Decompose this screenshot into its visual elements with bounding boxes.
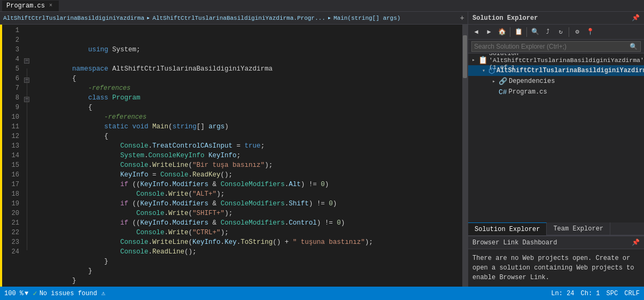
toolbar-collapse-btn[interactable]: ⤴ [542,26,554,38]
pin-icon[interactable]: 📌 [631,14,640,22]
status-left: 100 % ▼ ✓ No issues found ⚠ [4,289,105,298]
code-line-9: -references [32,103,462,112]
toolbar-sep-2 [526,27,527,37]
toolbar-filter-btn[interactable]: 🔍 [529,26,541,38]
toolbar-sep-1 [510,27,510,37]
solution-explorer-search-box: 🔍 [468,40,644,53]
toolbar-forward-btn[interactable]: ▶ [483,26,495,38]
tab-team-explorer[interactable]: Team Explorer [547,222,610,235]
solution-explorer-search-input[interactable] [471,41,641,52]
tree-expand-project[interactable]: ▾ [480,67,487,74]
tab-solution-explorer[interactable]: Solution Explorer [468,222,547,235]
browser-link-content: There are no Web projects open. Create o… [468,249,644,287]
zoom-level: 100 % [4,290,24,297]
toolbar-back-btn[interactable]: ◀ [470,26,482,38]
check-icon: ✓ [33,289,37,298]
line-numbers: 12345 678910 1112131415 1617181920 21222… [2,25,22,287]
line-ending[interactable]: CRLF [624,290,640,297]
editor-area: AltShiftCtrlTuslarinaBasildiginiYazdirma… [0,12,468,287]
tab-bar: Program.cs × [0,0,644,12]
browser-link-title: Browser Link Dashboard [472,239,557,247]
toolbar-home-btn[interactable]: 🏠 [496,26,508,38]
tree-expand-deps[interactable]: ▸ [491,78,497,84]
breadcrumb-sep-2: ▸ [328,14,331,22]
solution-explorer-panel: Solution Explorer 📌 ◀ ▶ 🏠 📋 🔍 ⤴ ↻ ⚙ 📍 [468,12,644,236]
program-cs-icon: C# [499,88,507,96]
tab-label: Program.cs [6,2,45,10]
toolbar-show-all-btn[interactable]: 📋 [513,26,524,38]
warning-icon[interactable]: ⚠ [102,289,105,297]
issues-status[interactable]: ✓ No issues found [33,289,97,298]
code-line-6: -references [32,74,462,83]
browser-link-header: Browser Link Dashboard 📌 [468,236,644,249]
toolbar-pin-to-source-btn[interactable]: 📍 [584,26,596,38]
main-layout: AltShiftCtrlTuslarinaBasildiginiYazdirma… [0,12,644,287]
code-line-27 [32,276,462,286]
solution-icon: 📋 [478,56,487,65]
tree-item-solution[interactable]: ▸ 📋 Solution 'AltShiftCtrlTuslarinaBasil… [468,55,644,65]
solution-tree[interactable]: ▸ 📋 Solution 'AltShiftCtrlTuslarinaBasil… [468,53,644,222]
dependencies-icon: 🔗 [499,77,507,86]
code-line-4: namespace AltShiftCtrlTuslarinaBasildigi… [32,55,462,64]
collapse-btn-namespace[interactable]: − [24,58,29,64]
toolbar-refresh-btn[interactable]: ↻ [555,26,567,38]
status-bar: 100 % ▼ ✓ No issues found ⚠ Ln: 24 Ch: 1… [0,287,644,300]
project-icon: ⬡ [488,66,495,75]
right-panels: Solution Explorer 📌 ◀ ▶ 🏠 📋 🔍 ⤴ ↻ ⚙ 📍 [468,12,644,287]
scrollbar-thumb[interactable] [463,35,467,78]
tree-item-program-cs[interactable]: ▸ C# Program.cs [468,87,644,97]
dependencies-label: Dependencies [509,78,555,85]
editor-scrollbar[interactable] [462,25,468,287]
zoom-control[interactable]: 100 % ▼ [4,290,28,297]
code-content[interactable]: using System; namespace AltShiftCtrlTusl… [32,25,462,287]
tree-item-dependencies[interactable]: ▸ 🔗 Dependencies [468,76,644,87]
breadcrumb-add-icon[interactable]: + [460,14,464,22]
tree-item-project[interactable]: ▾ ⬡ AltShiftCtrlTuslarinaBasildiginiYazd… [468,65,644,76]
code-editor[interactable]: 12345 678910 1112131415 1617181920 21222… [0,25,468,287]
project-label: AltShiftCtrlTuslarinaBasildiginiYazdirma [496,67,644,74]
breadcrumb-sep-1: ▸ [146,14,150,22]
toolbar-properties-btn[interactable]: ⚙ [571,26,583,38]
solution-panel-tab-bar: Solution Explorer Team Explorer [468,222,644,235]
column-number: Ch: 1 [581,290,600,297]
code-line-26: } [32,266,462,276]
browser-link-dashboard: Browser Link Dashboard 📌 There are no We… [468,236,644,287]
line-number: Ln: 24 [551,290,574,297]
code-line-1 [32,26,462,35]
editor-tab-program-cs[interactable]: Program.cs × [2,1,59,11]
code-gutter: − − − [22,25,32,287]
program-cs-label: Program.cs [509,88,547,96]
zoom-arrow-icon: ▼ [25,290,28,297]
code-line-2: using System; [32,35,462,45]
breadcrumb-item-3[interactable]: Main(string[] args) [333,15,400,21]
status-right: Ln: 24 Ch: 1 SPC CRLF [551,290,640,297]
issues-text: No issues found [40,290,97,297]
tab-close-icon[interactable]: × [47,2,55,10]
toolbar-sep-3 [569,27,569,37]
solution-explorer-toolbar: ◀ ▶ 🏠 📋 🔍 ⤴ ↻ ⚙ 📍 [468,25,644,40]
browser-link-message: There are no Web projects open. Create o… [472,255,634,281]
browser-link-pin-icon[interactable]: 📌 [631,239,640,247]
breadcrumb-item-1[interactable]: AltShiftCtrlTuslarinaBasildiginiYazdirma [3,15,144,21]
solution-explorer-header: Solution Explorer 📌 [468,12,644,25]
search-icon: 🔍 [630,42,638,50]
breadcrumb-item-2[interactable]: AltShiftCtrlTuslarinaBasildiginiYazdirma… [152,15,325,21]
solution-explorer-title: Solution Explorer [472,14,538,22]
breadcrumb: AltShiftCtrlTuslarinaBasildiginiYazdirma… [0,12,468,25]
tree-expand-solution[interactable]: ▸ [470,57,477,63]
panel-header-icons: 📌 [631,14,640,22]
indent-type[interactable]: SPC [607,290,618,297]
